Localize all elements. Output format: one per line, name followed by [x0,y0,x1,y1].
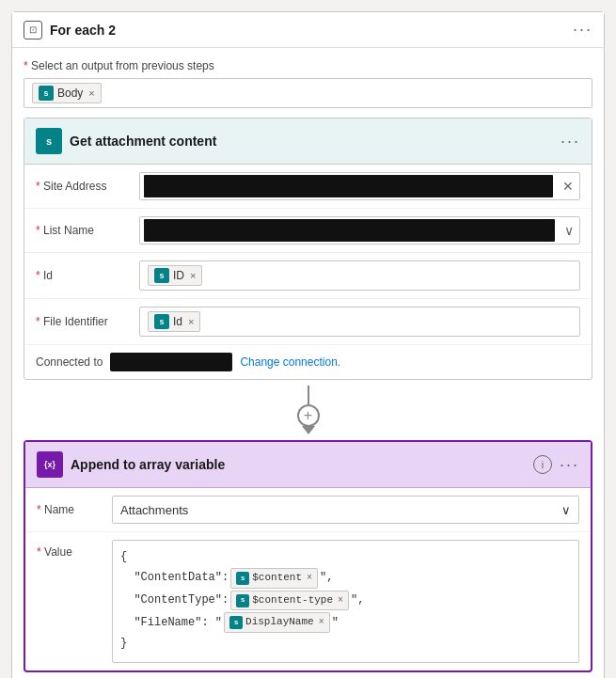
site-address-value [144,175,553,197]
sharepoint-icon: s [36,128,62,154]
foreach-body: * Select an output from previous steps s… [12,48,604,678]
list-name-dropdown-icon[interactable]: ∨ [559,223,579,238]
site-address-clear[interactable]: ✕ [557,179,579,194]
name-dropdown-icon: ∨ [561,503,571,517]
foreach-header-left: ⊡ For each 2 [24,21,116,39]
get-attachment-more-button[interactable]: ··· [561,132,580,151]
append-icon: {x} [37,451,63,478]
get-attachment-header: s Get attachment content ··· [24,118,592,165]
id-tag-label: ID [173,269,184,282]
content-data-tag-close[interactable]: × [307,571,312,586]
json-close-brace: } [120,635,127,653]
site-address-label: * Site Address [36,180,139,193]
filename-key-text: "FileName": " [134,614,222,632]
file-id-tag-label: Id [173,315,182,328]
connected-label: Connected to [36,355,103,369]
id-label: * Id [36,269,139,282]
append-body: * Name Attachments ∨ * Value [25,488,591,670]
content-type-line: "ContentType": s $content-type × ", [120,591,571,611]
body-tag-input[interactable]: s Body × [24,78,592,108]
json-open-line: { [120,548,571,566]
content-data-key-text: "ContentData": [134,569,229,587]
get-attachment-header-left: s Get attachment content [36,128,216,154]
get-attachment-card: s Get attachment content ··· * Site Addr… [24,118,592,380]
content-data-tag-label: $content [252,570,302,587]
append-more-button[interactable]: ··· [560,455,579,475]
append-card: {x} Append to array variable i ··· * Nam… [24,440,592,672]
filename-tag-icon: s [229,616,243,629]
foreach-more-button[interactable]: ··· [573,20,592,39]
content-data-tag: s $content × [230,568,318,589]
file-identifier-input[interactable]: s Id × [139,307,580,337]
connector: + [24,386,592,434]
list-name-row: * List Name ∨ [24,209,592,253]
content-type-key [120,591,134,609]
site-address-row: * Site Address ✕ [24,165,592,209]
filename-suffix: " [332,614,339,632]
foreach-title: For each 2 [50,23,116,38]
id-input[interactable]: s ID × [139,260,580,291]
name-row: * Name Attachments ∨ [25,488,591,532]
json-open-brace: { [120,548,127,566]
filename-tag-close[interactable]: × [319,615,324,630]
body-tag-icon: s [39,86,54,101]
content-data-tag-icon: s [236,572,249,585]
content-type-tag-icon: s [236,594,249,607]
name-field-label: * Name [37,503,112,516]
file-identifier-row: * File Identifier s Id × [24,299,592,345]
id-tag: s ID × [148,265,202,286]
required-star: * [24,59,31,72]
content-data-suffix: ", [320,569,333,587]
filename-tag: s DisplayName × [224,612,330,633]
connected-row: Connected to Change connection. [24,345,592,379]
file-id-tag-close[interactable]: × [188,316,194,327]
add-step-button[interactable]: + [297,404,320,427]
value-field-label: * Value [37,540,112,559]
site-address-input[interactable]: ✕ [139,172,580,200]
file-id-tag-icon: s [154,314,169,329]
id-tag-close[interactable]: × [190,270,196,281]
value-row: * Value { "ContentData": [25,532,591,670]
content-type-tag: s $content-type × [230,591,349,611]
filename-tag-label: DisplayName [245,614,314,631]
append-title: Append to array variable [71,457,225,472]
append-header-left: {x} Append to array variable [37,451,225,478]
append-header-right: i ··· [533,455,579,475]
select-output-label: * Select an output from previous steps [24,59,592,72]
id-row: * Id s ID × [24,253,592,299]
append-header: {x} Append to array variable i ··· [25,442,591,488]
get-attachment-body: * Site Address ✕ * List Name [24,165,592,379]
connector-arrow [302,426,315,434]
connected-account [110,353,232,371]
json-close-line: } [120,635,571,653]
content-type-tag-close[interactable]: × [338,593,343,608]
body-tag: s Body × [32,83,102,103]
foreach-icon: ⊡ [24,21,42,39]
body-tag-label: Body [57,87,83,100]
content-type-tag-label: $content-type [252,592,333,609]
list-name-label: * List Name [36,224,139,237]
content-type-suffix: ", [351,591,364,609]
change-connection-link[interactable]: Change connection. [240,355,340,369]
append-info-button[interactable]: i [533,455,552,474]
id-tag-icon: s [154,268,169,283]
list-name-value [144,219,555,242]
filename-key [120,614,134,632]
file-id-tag: s Id × [148,311,200,332]
list-name-input[interactable]: ∨ [139,216,580,244]
body-tag-close[interactable]: × [88,87,94,99]
foreach-header: ⊡ For each 2 ··· [12,12,604,48]
filename-line: "FileName": " s DisplayName × " [120,612,571,633]
connector-line-top [308,386,309,404]
value-input[interactable]: { "ContentData": s $content × [112,540,579,663]
get-attachment-title: Get attachment content [70,134,216,149]
file-identifier-label: * File Identifier [36,315,139,328]
content-data-line: "ContentData": s $content × ", [120,568,571,589]
name-value: Attachments [120,503,188,517]
name-select[interactable]: Attachments ∨ [112,496,579,524]
content-type-key-text: "ContentType": [134,591,229,609]
foreach-card: ⊡ For each 2 ··· * Select an output from… [11,11,605,678]
content-data-key [120,569,134,587]
